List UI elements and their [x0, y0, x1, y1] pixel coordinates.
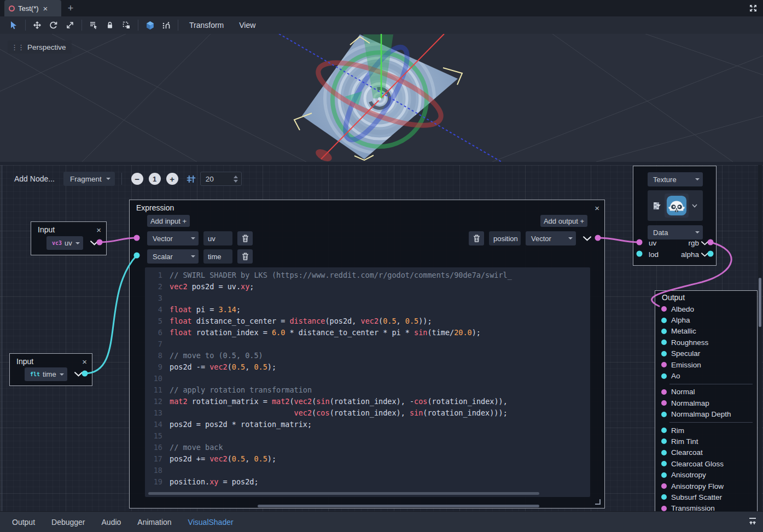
expand-bottom-panel-button[interactable]: [748, 516, 758, 528]
preview-toggle-chevron-icon[interactable]: [74, 372, 83, 377]
add-output-button[interactable]: Add output +: [540, 215, 587, 227]
code-line-9[interactable]: 9pos2d -= vec2(0.5, 0.5);: [145, 361, 590, 373]
input-port-name-field[interactable]: time: [203, 249, 232, 264]
close-tab-icon[interactable]: ×: [43, 4, 48, 13]
node-input-time[interactable]: Input × flt time: [9, 353, 92, 386]
code-line-15[interactable]: 15: [145, 430, 590, 442]
input-type-dropdown[interactable]: vc3 uv: [46, 236, 83, 250]
node-output[interactable]: Output AlbedoAlphaMetallicRoughnessSpecu…: [655, 290, 758, 511]
preview-toggle-chevron-icon[interactable]: [90, 241, 98, 245]
graph-vscrollbar-thumb[interactable]: [759, 278, 761, 327]
output-port-name-field[interactable]: position: [489, 231, 521, 245]
zoom-in-button[interactable]: +: [166, 173, 178, 185]
bottom-tab-animation[interactable]: Animation: [130, 515, 179, 530]
move-mode-button[interactable]: [29, 18, 45, 32]
3d-viewport[interactable]: ⋮⋮ Perspective: [0, 34, 763, 162]
delete-input-button[interactable]: [237, 231, 253, 245]
node-input-uv[interactable]: Input × vc3 uv: [31, 221, 107, 255]
output-port-specular[interactable]: Specular: [655, 348, 757, 359]
snap-button[interactable]: [158, 18, 174, 32]
code-line-10[interactable]: 10: [145, 373, 590, 384]
code-line-12[interactable]: 12mat2 rotation_matrix = mat2(vec2(sin(r…: [145, 396, 590, 407]
code-line-16[interactable]: 16// move back: [145, 442, 590, 453]
port-dot[interactable]: [661, 389, 667, 395]
output-port-normalmap-depth[interactable]: Normalmap Depth: [655, 409, 757, 420]
perspective-menu[interactable]: ⋮⋮ Perspective: [8, 40, 72, 54]
close-node-icon[interactable]: ×: [82, 358, 87, 366]
code-line-14[interactable]: 14pos2d = pos2d * rotation_matrix;: [145, 419, 590, 430]
port-dot[interactable]: [661, 428, 667, 433]
output-port-clearcoat[interactable]: Clearcoat: [655, 447, 757, 458]
port-dot[interactable]: [661, 461, 667, 466]
output-port-ao[interactable]: Ao: [655, 370, 757, 381]
port-dot[interactable]: [661, 450, 667, 455]
code-line-13[interactable]: 13 vec2(cos(rotation_index), sin(rotatio…: [145, 407, 590, 419]
code-line-2[interactable]: 2vec2 pos2d = uv.xy;: [145, 281, 590, 293]
bottom-tab-visualshader[interactable]: VisualShader: [180, 515, 241, 530]
scene-tab-test[interactable]: Test(*) ×: [4, 0, 61, 16]
scale-mode-button[interactable]: [62, 18, 78, 32]
code-line-11[interactable]: 11// apply rotation transformation: [145, 384, 590, 396]
port-dot[interactable]: [661, 318, 667, 323]
expression-code-editor[interactable]: 1// SWIRL SHADER by LKS (https://www.red…: [145, 267, 590, 497]
code-line-8[interactable]: 8// move to (0.5, 0.5): [145, 350, 590, 361]
rotate-mode-button[interactable]: [45, 18, 62, 32]
output-port-rim[interactable]: Rim: [655, 425, 757, 436]
port-dot[interactable]: [661, 494, 667, 500]
preview-toggle-chevron-icon[interactable]: [701, 253, 708, 257]
code-hscrollbar[interactable]: [148, 492, 539, 495]
output-port-roughness[interactable]: Roughness: [655, 337, 757, 348]
output-port-transmission[interactable]: Transmission: [655, 503, 757, 511]
port-dot[interactable]: [661, 362, 667, 367]
fullscreen-button[interactable]: [747, 2, 760, 14]
node-expression[interactable]: Expression × Add input + Add output + Ve…: [129, 200, 605, 508]
code-line-4[interactable]: 4float pi = 3.14;: [145, 304, 590, 315]
port-dot[interactable]: [661, 351, 667, 356]
code-line-17[interactable]: 17pos2d += vec2(0.5, 0.5);: [145, 453, 590, 465]
preview-toggle-chevron-icon[interactable]: [701, 241, 708, 245]
output-port-subsurf-scatter[interactable]: Subsurf Scatter: [655, 492, 757, 502]
output-port-normalmap[interactable]: Normalmap: [655, 397, 757, 408]
view-menu[interactable]: View: [231, 21, 263, 30]
code-line-5[interactable]: 5float distance_to_center = distance(pos…: [145, 315, 590, 327]
output-port-anisotropy-flow[interactable]: Anisotropy Flow: [655, 481, 757, 492]
port-dot[interactable]: [661, 400, 667, 406]
zoom-out-button[interactable]: −: [131, 173, 143, 185]
transform-menu[interactable]: Transform: [182, 21, 231, 30]
spinbox-arrows[interactable]: [234, 176, 238, 183]
snap-distance-spinbox[interactable]: 20: [200, 172, 242, 186]
input-port-type-dropdown[interactable]: Scalar: [147, 249, 199, 264]
zoom-reset-button[interactable]: 1: [149, 173, 161, 185]
port-dot[interactable]: [661, 329, 667, 334]
spin-down-icon[interactable]: [234, 180, 238, 183]
shader-stage-dropdown[interactable]: Fragment: [63, 172, 115, 186]
port-dot[interactable]: [661, 483, 667, 489]
visualshader-graph[interactable]: Add Node... Fragment − 1 + 20 Input: [0, 165, 763, 511]
bottom-tab-debugger[interactable]: Debugger: [44, 515, 93, 530]
node-resize-handle[interactable]: [595, 499, 601, 505]
bottom-tab-audio[interactable]: Audio: [94, 515, 129, 530]
snap-toggle-button[interactable]: [187, 174, 196, 184]
output-port-rim-tint[interactable]: Rim Tint: [655, 436, 757, 447]
lock-button[interactable]: [102, 18, 118, 32]
input-port-type-dropdown[interactable]: Vector: [147, 231, 199, 245]
input-port-name-field[interactable]: uv: [203, 231, 232, 245]
edit-texture-icon[interactable]: [653, 202, 661, 210]
output-port-anisotropy[interactable]: Anisotropy: [655, 469, 757, 480]
close-node-icon[interactable]: ×: [96, 226, 101, 234]
port-dot[interactable]: [661, 306, 667, 312]
code-line-1[interactable]: 1// SWIRL SHADER by LKS (https://www.red…: [145, 270, 590, 281]
output-port-normal[interactable]: Normal: [655, 387, 757, 397]
code-line-19[interactable]: 19position.xy = pos2d;: [145, 476, 590, 488]
output-port-albedo[interactable]: Albedo: [655, 303, 757, 314]
graph-vscrollbar[interactable]: [758, 165, 762, 511]
port-dot[interactable]: [661, 472, 667, 478]
port-dot[interactable]: [661, 412, 667, 417]
local-space-button[interactable]: [142, 18, 158, 32]
preview-toggle-chevron-icon[interactable]: [583, 236, 591, 241]
code-line-7[interactable]: 7: [145, 338, 590, 350]
panel-resize-handle[interactable]: [2, 165, 2, 511]
node-hscrollbar[interactable]: [258, 505, 539, 507]
input-type-dropdown[interactable]: flt time: [25, 367, 67, 381]
axis-gizmo[interactable]: [279, 34, 502, 162]
